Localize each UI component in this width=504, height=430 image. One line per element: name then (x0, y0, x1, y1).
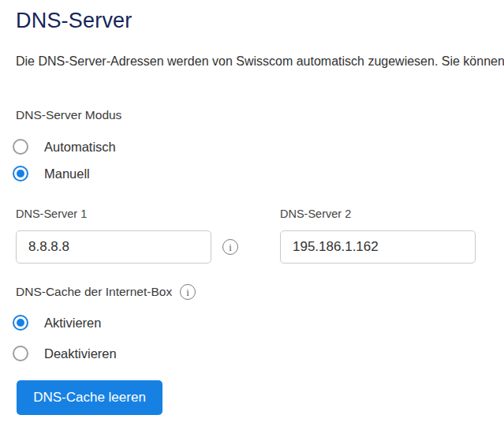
dns-server-2-field: DNS-Server 2 (280, 207, 476, 264)
radio-icon-selected[interactable] (13, 315, 28, 331)
dns-server-1-input-line: i (16, 230, 238, 264)
info-icon[interactable]: i (180, 284, 196, 300)
dns-server-1-field: DNS-Server 1 i (16, 207, 211, 264)
radio-option-label: Aktivieren (44, 316, 101, 331)
radio-icon[interactable] (13, 139, 28, 155)
radio-option-automatisch[interactable]: Automatisch (13, 138, 504, 155)
radio-option-label: Manuell (44, 166, 90, 181)
radio-option-label: Automatisch (44, 140, 116, 155)
radio-icon-selected[interactable] (13, 166, 28, 181)
dns-server-2-label: DNS-Server 2 (280, 207, 476, 221)
dns-server-fields: DNS-Server 1 i DNS-Server 2 (16, 207, 504, 264)
dns-cache-group-label: DNS-Cache der Internet-Box (16, 284, 172, 300)
radio-dot (17, 319, 24, 327)
dns-server-1-label: DNS-Server 1 (16, 207, 211, 221)
radio-option-deaktivieren[interactable]: Deaktivieren (13, 345, 504, 362)
radio-option-manuell[interactable]: Manuell (13, 165, 504, 182)
radio-dot (17, 143, 24, 151)
clear-dns-cache-button[interactable]: DNS-Cache leeren (17, 380, 162, 415)
radio-icon[interactable] (13, 346, 28, 361)
page-description: Die DNS-Server-Adressen werden von Swiss… (16, 54, 504, 69)
dns-cache-group-label-row: DNS-Cache der Internet-Box i (16, 284, 504, 300)
dns-server-2-input[interactable] (280, 230, 476, 264)
dns-server-1-input[interactable] (16, 230, 211, 264)
dns-mode-group-label: DNS-Server Modus (16, 107, 504, 123)
page-title: DNS-Server (16, 8, 504, 33)
info-icon[interactable]: i (222, 239, 238, 255)
radio-dot (17, 170, 24, 178)
radio-option-aktivieren[interactable]: Aktivieren (13, 314, 504, 331)
radio-option-label: Deaktivieren (44, 346, 117, 361)
radio-dot (17, 350, 24, 357)
